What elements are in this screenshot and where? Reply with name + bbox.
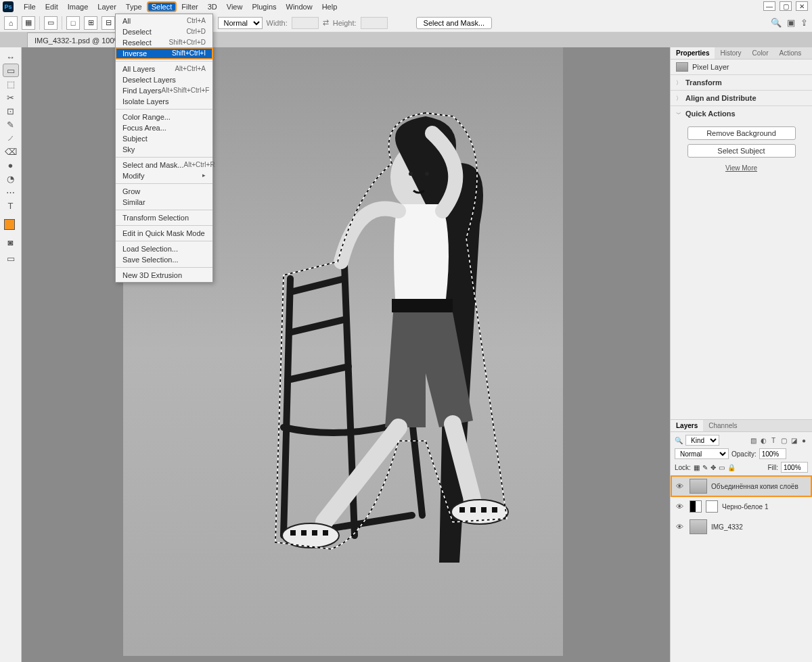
remove-background-button[interactable]: Remove Background (687, 126, 796, 140)
menu-item-color-range[interactable]: Color Range... (116, 112, 212, 122)
add-selection-icon[interactable]: ⊞ (84, 16, 97, 30)
filter-toggle-icon[interactable]: ● (800, 436, 808, 444)
menu-type[interactable]: Type (121, 1, 147, 12)
menu-item-sky[interactable]: Sky (116, 144, 212, 155)
menu-select[interactable]: Select (147, 1, 177, 12)
transform-section[interactable]: 〉 Transform (671, 74, 812, 90)
menu-item-grow[interactable]: Grow (116, 186, 212, 197)
menu-plugins[interactable]: Plugins (247, 1, 281, 12)
menu-layer[interactable]: Layer (93, 1, 121, 12)
menu-image[interactable]: Image (63, 1, 93, 12)
layer-row[interactable]: 👁Черно-белое 1 (671, 497, 812, 516)
visibility-icon[interactable]: 👁 (676, 482, 685, 490)
tool-7[interactable]: ⌫ (3, 145, 19, 158)
tool-0[interactable]: ↔ (3, 50, 19, 64)
menu-item-new-3d-extrusion[interactable]: New 3D Extrusion (116, 270, 212, 281)
menu-item-focus-area[interactable]: Focus Area... (116, 122, 212, 133)
lock-all-icon[interactable]: 🔒 (727, 464, 736, 471)
fill-input[interactable] (781, 462, 808, 473)
height-input[interactable] (361, 17, 388, 29)
menu-item-all-layers[interactable]: All LayersAlt+Ctrl+A (116, 64, 212, 74)
menu-item-edit-in-quick-mask-mode[interactable]: Edit in Quick Mask Mode (116, 228, 212, 239)
menu-item-similar[interactable]: Similar (116, 197, 212, 208)
search-icon[interactable]: 🔍 (771, 18, 782, 28)
menu-item-deselect-layers[interactable]: Deselect Layers (116, 74, 212, 85)
menu-item-save-selection[interactable]: Save Selection... (116, 254, 212, 265)
tool-2[interactable]: ⬚ (3, 77, 19, 91)
menu-3d[interactable]: 3D (203, 1, 222, 12)
layer-kind-select[interactable]: Kind (685, 435, 719, 446)
close-window-button[interactable]: ✕ (796, 1, 808, 11)
panel-tab-swatches[interactable]: Swatches (807, 47, 812, 59)
new-selection-icon[interactable]: □ (66, 16, 80, 30)
align-distribute-section[interactable]: 〉 Align and Distribute (671, 90, 812, 105)
filter-smart-icon[interactable]: ◪ (790, 436, 798, 444)
workspace-icon[interactable]: ▣ (787, 18, 795, 28)
menu-item-load-selection[interactable]: Load Selection... (116, 243, 212, 254)
quick-actions-section[interactable]: ﹀ Quick Actions (671, 105, 812, 121)
select-and-mask-button[interactable]: Select and Mask... (416, 17, 493, 29)
filter-pixel-icon[interactable]: ▧ (749, 436, 757, 444)
home-icon[interactable]: ⌂ (4, 16, 18, 30)
menu-item-find-layers[interactable]: Find LayersAlt+Shift+Ctrl+F (116, 85, 212, 96)
filter-adjust-icon[interactable]: ◐ (759, 436, 767, 444)
panel-tab-actions[interactable]: Actions (774, 47, 807, 59)
tool-8[interactable]: ● (3, 158, 19, 172)
lock-position-icon[interactable]: ✥ (710, 464, 716, 471)
tool-3[interactable]: ✂ (3, 91, 19, 104)
visibility-icon[interactable]: 👁 (676, 523, 685, 531)
menu-file[interactable]: File (19, 1, 41, 12)
menu-view[interactable]: View (222, 1, 248, 12)
panel-tab-properties[interactable]: Properties (671, 47, 715, 59)
menu-item-transform-selection[interactable]: Transform Selection (116, 212, 212, 223)
menu-item-select-and-mask[interactable]: Select and Mask...Alt+Ctrl+R (116, 160, 212, 170)
menu-item-reselect[interactable]: ReselectShift+Ctrl+D (116, 37, 212, 48)
menu-help[interactable]: Help (317, 1, 342, 12)
tool-10[interactable]: ⋯ (3, 185, 19, 199)
swap-icon[interactable]: ⇄ (323, 18, 329, 27)
menu-filter[interactable]: Filter (177, 1, 202, 12)
minimize-button[interactable]: — (763, 1, 775, 11)
menu-edit[interactable]: Edit (41, 1, 63, 12)
grid-icon[interactable]: ▦ (22, 16, 35, 30)
color-swatch[interactable] (4, 219, 18, 233)
view-more-link[interactable]: View More (725, 164, 757, 172)
visibility-icon[interactable]: 👁 (676, 502, 685, 511)
width-input[interactable] (292, 17, 319, 29)
opacity-input[interactable] (759, 448, 786, 459)
filter-shape-icon[interactable]: ▢ (780, 436, 788, 444)
quick-mask-icon[interactable]: ◙ (3, 235, 19, 249)
select-subject-button[interactable]: Select Subject (687, 144, 796, 158)
panel-tab-layers[interactable]: Layers (671, 420, 703, 431)
menu-item-subject[interactable]: Subject (116, 133, 212, 144)
share-icon[interactable]: ⇪ (800, 18, 808, 28)
menu-item-deselect[interactable]: DeselectCtrl+D (116, 26, 212, 37)
tool-6[interactable]: ⟋ (3, 131, 19, 145)
tool-9[interactable]: ◔ (3, 172, 19, 185)
menu-item-modify[interactable]: Modify (116, 170, 212, 181)
subtract-selection-icon[interactable]: ⊟ (102, 16, 115, 30)
screen-mode-icon[interactable]: ▭ (3, 252, 19, 265)
menu-item-isolate-layers[interactable]: Isolate Layers (116, 96, 212, 107)
panel-tab-color[interactable]: Color (747, 47, 774, 59)
tool-1[interactable]: ▭ (3, 64, 19, 77)
layer-row[interactable]: 👁Объединённая копия слоёв (671, 475, 812, 497)
lock-pixels-icon[interactable]: ✎ (702, 464, 708, 471)
tool-11[interactable]: T (3, 199, 19, 212)
tool-5[interactable]: ✎ (3, 118, 19, 131)
tool-4[interactable]: ⊡ (3, 104, 19, 118)
menu-item-inverse[interactable]: InverseShift+Ctrl+I (116, 48, 212, 59)
maximize-button[interactable]: ▢ (780, 1, 792, 11)
foreground-color[interactable] (4, 219, 15, 230)
panel-tab-history[interactable]: History (715, 47, 746, 59)
style-select[interactable]: Normal (218, 17, 263, 29)
lock-transparency-icon[interactable]: ▦ (694, 464, 700, 471)
menu-item-all[interactable]: AllCtrl+A (116, 16, 212, 26)
lock-artboard-icon[interactable]: ▭ (719, 464, 725, 471)
marquee-tool-icon[interactable]: ▭ (44, 16, 58, 30)
blend-mode-select[interactable]: Normal (675, 448, 729, 459)
layer-row[interactable]: 👁IMG_4332 (671, 516, 812, 538)
filter-type-icon[interactable]: T (769, 436, 777, 444)
panel-tab-channels[interactable]: Channels (703, 420, 742, 431)
menu-window[interactable]: Window (281, 1, 317, 12)
